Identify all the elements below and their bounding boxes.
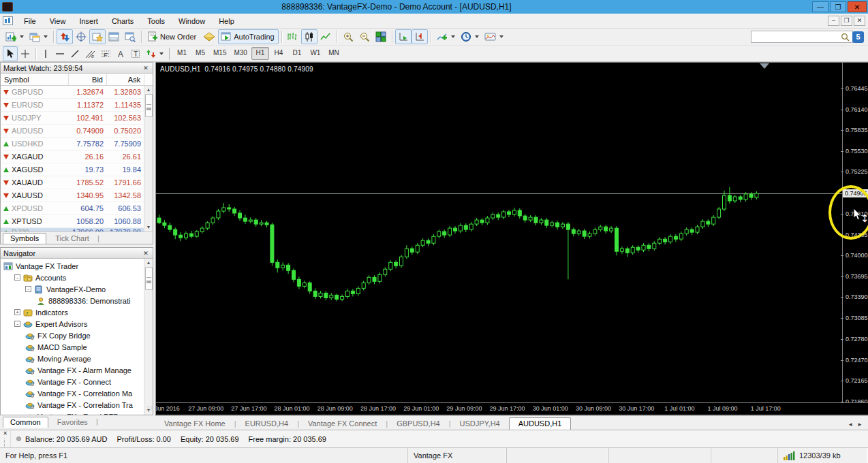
market-watch-row-xauusd[interactable]: XAUUSD1340.951342.58 — [1, 189, 153, 202]
tree-item-fx-copy-bridge[interactable]: FX Copy Bridge — [1, 330, 153, 341]
terminal-close-icon[interactable]: ✕ — [3, 430, 7, 437]
zoom-out-button[interactable] — [356, 29, 373, 44]
market-watch-scrollbar[interactable]: ▲ ▼ — [144, 86, 153, 232]
tab-symbols[interactable]: Symbols — [3, 233, 46, 244]
market-watch-row-xagusd[interactable]: XAGUSD19.7319.84 — [1, 163, 153, 176]
expand-icon[interactable]: + — [14, 309, 20, 315]
tree-item-vantage-fx-excel-rtd[interactable]: Vantage FX - Excel RTD — [1, 411, 153, 415]
child-minimize-button[interactable]: – — [828, 16, 839, 26]
scrollbar-thumb[interactable] — [145, 94, 153, 117]
collapse-icon[interactable]: - — [25, 286, 31, 292]
scroll-down-icon[interactable]: ▼ — [146, 223, 151, 232]
chart-tab-eurusd-h4[interactable]: EURUSD,H4 — [236, 418, 298, 430]
market-watch-row-gbpusd[interactable]: GBPUSD1.326741.32803 — [1, 86, 153, 99]
child-close-button[interactable]: ✕ — [854, 16, 865, 26]
autotrading-toggle[interactable]: AutoTrading — [218, 29, 279, 44]
market-watch-row-usdhkd[interactable]: USDHKD7.757827.75909 — [1, 138, 153, 150]
auto-scroll-toggle[interactable] — [395, 29, 412, 44]
market-watch-header[interactable]: Market Watch: 23:59:54 ✕ — [1, 63, 153, 74]
market-watch-row-eurusd[interactable]: EURUSD1.113721.11435 — [1, 99, 153, 112]
menu-tools[interactable]: Tools — [140, 15, 172, 27]
market-watch-row-xptusd[interactable]: XPTUSD1058.201060.88 — [1, 215, 153, 228]
timeframe-h1[interactable]: H1 — [251, 47, 269, 60]
chart-tab-vantage-fx-home[interactable]: Vantage FX Home — [155, 418, 234, 430]
new-chart-button[interactable] — [3, 29, 27, 44]
chart-line-button[interactable] — [317, 29, 334, 44]
menu-insert[interactable]: Insert — [72, 15, 105, 27]
timeframe-m15[interactable]: M15 — [210, 47, 230, 60]
indicators-button[interactable] — [434, 29, 458, 44]
tree-item-accounts[interactable]: -Accounts — [1, 272, 153, 283]
search-input[interactable] — [751, 31, 853, 43]
timeframe-m1[interactable]: M1 — [173, 47, 191, 60]
menu-charts[interactable]: Charts — [105, 15, 140, 27]
column-header-ask[interactable]: Ask — [107, 74, 144, 85]
tree-item-vantage-fx-correlation-tra[interactable]: Vantage FX - Correlation Tra — [1, 399, 153, 411]
scroll-up-icon[interactable]: ▲ — [146, 86, 151, 94]
chart-candles-button[interactable] — [301, 29, 317, 44]
tree-item-vantage-fx-trader[interactable]: Vantage FX Trader — [1, 260, 153, 272]
tree-item-vantage-fx-correlation-ma[interactable]: Vantage FX - Correlation Ma — [1, 387, 153, 399]
minimize-button[interactable]: — — [812, 1, 828, 12]
tree-item-macd-sample[interactable]: MACD Sample — [1, 341, 153, 353]
strategy-tester-button[interactable] — [122, 29, 138, 44]
market-watch-row-audusd[interactable]: AUDUSD0.749090.75020 — [1, 125, 153, 138]
close-icon[interactable]: ✕ — [142, 250, 150, 257]
chart-tab-audusd-h1[interactable]: AUDUSD,H1 — [509, 417, 572, 430]
collapse-icon[interactable]: - — [14, 274, 20, 281]
timeframe-h4[interactable]: H4 — [270, 47, 288, 60]
terminal-grip[interactable] — [4, 438, 6, 447]
tree-item-vantage-fx-connect[interactable]: Vantage FX - Connect — [1, 376, 153, 387]
market-watch-row-dj30[interactable]: DJ3017966.0017978.00 — [1, 228, 153, 232]
fibonacci-button[interactable]: F — [98, 46, 114, 61]
navigator-scrollbar[interactable]: ▲ ▼ — [144, 259, 153, 415]
metaeditor-button[interactable] — [200, 29, 218, 44]
text-button[interactable]: A — [114, 46, 128, 61]
navigator-toggle[interactable] — [89, 29, 106, 44]
tree-item-vantagefx-demo[interactable]: -VantageFX-Demo — [1, 283, 153, 295]
menu-view[interactable]: View — [43, 15, 73, 27]
arrows-button[interactable] — [143, 46, 166, 61]
new-order-button[interactable]: New Order — [144, 29, 200, 44]
tree-item-indicators[interactable]: +fIndicators — [1, 306, 153, 318]
horizontal-line-button[interactable] — [52, 46, 67, 61]
data-window-button[interactable] — [73, 29, 89, 44]
menu-help[interactable]: Help — [212, 15, 241, 27]
timeframe-m30[interactable]: M30 — [230, 47, 250, 60]
community-badge[interactable]: 5 — [852, 31, 864, 43]
navigator-header[interactable]: Navigator ✕ — [1, 248, 153, 259]
tile-windows-button[interactable] — [373, 29, 389, 44]
zoom-in-button[interactable] — [340, 29, 356, 44]
candlestick-chart[interactable] — [156, 65, 842, 404]
crosshair-button[interactable] — [18, 46, 33, 61]
tabs-scroll-right-icon[interactable]: ► — [857, 421, 863, 428]
timeframe-d1[interactable]: D1 — [288, 47, 306, 60]
market-watch-row-xagaud[interactable]: XAGAUD26.1626.61 — [1, 150, 153, 163]
tree-item-888898336-demonstrati[interactable]: 888898336: Demonstrati — [1, 295, 153, 306]
market-watch-toggle[interactable] — [57, 29, 73, 44]
tree-item-expert-advisors[interactable]: -Expert Advisors — [1, 318, 153, 330]
timeframe-w1[interactable]: W1 — [307, 47, 324, 60]
profiles-button[interactable] — [27, 29, 50, 44]
menu-file[interactable]: File — [17, 15, 43, 27]
column-header-symbol[interactable]: Symbol — [1, 74, 69, 85]
restore-button[interactable]: ❐ — [830, 1, 846, 12]
chart-tab-vantage-fx-connect[interactable]: Vantage FX Connect — [299, 418, 386, 430]
time-axis[interactable]: 27 Jun 201627 Jun 09:0027 Jun 17:0028 Ju… — [156, 402, 868, 415]
chart-bars-button[interactable] — [285, 29, 301, 44]
menu-window[interactable]: Window — [172, 15, 212, 27]
chart-shift-toggle[interactable] — [412, 29, 428, 44]
chart-shift-marker[interactable] — [760, 63, 769, 69]
market-watch-row-xpdusd[interactable]: XPDUSD604.75606.53 — [1, 202, 153, 215]
timeframe-m5[interactable]: M5 — [191, 47, 209, 60]
status-server-name[interactable]: Vantage FX — [408, 448, 507, 463]
templates-button[interactable] — [482, 29, 506, 44]
terminal-toggle[interactable] — [106, 29, 122, 44]
timeframe-mn[interactable]: MN — [325, 47, 343, 60]
chart-tab-gbpusd-h4[interactable]: GBPUSD,H4 — [388, 418, 449, 430]
close-icon[interactable]: ✕ — [142, 65, 150, 71]
tab-tick-chart[interactable]: Tick Chart — [48, 233, 97, 244]
chart-tab-usdjpy-h4[interactable]: USDJPY,H4 — [451, 418, 509, 430]
tab-favorites[interactable]: Favorites — [50, 417, 95, 428]
search-icon[interactable] — [841, 33, 850, 42]
